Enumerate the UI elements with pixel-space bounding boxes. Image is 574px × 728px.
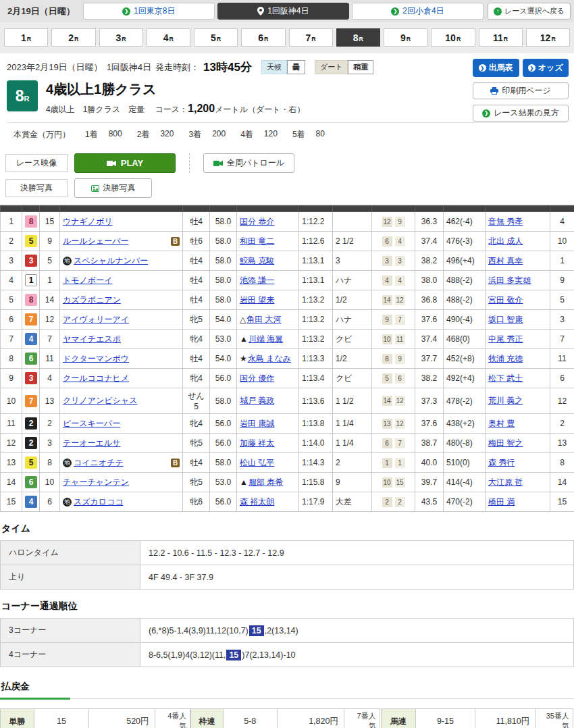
- sex-age: せん5: [183, 388, 210, 414]
- horse-name-link[interactable]: ドクターマンボウ: [63, 353, 129, 365]
- finish-position: 9: [1, 369, 22, 388]
- trainer-link[interactable]: 梅田 智之: [488, 438, 523, 448]
- finish-time: 1:13.1: [299, 251, 333, 271]
- meeting-tab[interactable]: ❯ 1回阪神4日: [217, 3, 349, 20]
- race-tab[interactable]: 10 R: [431, 28, 475, 47]
- horse-name-link[interactable]: コイニオチテ: [74, 457, 124, 469]
- meeting-tab[interactable]: ❯ 1回東京8日: [83, 3, 215, 20]
- race-tab[interactable]: 4 R: [147, 28, 190, 47]
- race-tab[interactable]: 11 R: [479, 28, 523, 47]
- race-tab-suffix: R: [217, 36, 221, 43]
- horse-name-link[interactable]: スズカロココ: [74, 496, 124, 508]
- last-3f-time: 37.6: [415, 310, 444, 330]
- time-row-value: 12.2 - 10.6 - 11.5 - 12.3 - 12.7 - 12.9: [140, 541, 574, 565]
- race-tab[interactable]: 7 R: [289, 28, 333, 47]
- race-tab[interactable]: 3 R: [99, 28, 143, 47]
- jockey-link[interactable]: 角田 大河: [246, 315, 281, 324]
- trainer-link[interactable]: 宮田 敬介: [488, 295, 523, 305]
- horse-number: 13: [40, 388, 60, 414]
- patrol-video-button[interactable]: 全周パトロール: [203, 153, 294, 173]
- horse-weight: 476(-3): [444, 232, 486, 251]
- horse-name-link[interactable]: ウナギノボリ: [63, 216, 113, 228]
- finish-position: 11: [1, 414, 22, 434]
- horse-name-link[interactable]: クールココナヒメ: [63, 373, 129, 384]
- race-tab[interactable]: 8 R: [336, 28, 380, 47]
- back-to-race-select-button[interactable]: ↑ レース選択へ戻る: [488, 3, 571, 20]
- race-tab[interactable]: 1 R: [4, 28, 48, 47]
- last-3f-time: 39.7: [415, 473, 444, 492]
- jockey-link[interactable]: 池添 謙一: [240, 276, 274, 285]
- race-tab[interactable]: 6 R: [241, 28, 285, 47]
- trainer-link[interactable]: 音無 秀孝: [488, 217, 523, 226]
- jockey-link[interactable]: 城戸 義政: [240, 396, 274, 405]
- race-tab-suffix: R: [169, 36, 174, 43]
- jockey-link[interactable]: 和田 竜二: [240, 236, 274, 246]
- entry-table-button[interactable]: ❯ 出馬表: [473, 59, 519, 77]
- results-guide-button[interactable]: ❯ レース結果の見方: [473, 105, 569, 122]
- odds-button[interactable]: ❯ オッズ: [523, 59, 569, 77]
- margin: クビ: [333, 330, 372, 349]
- trainer-link[interactable]: 奥村 豊: [488, 419, 515, 428]
- race-tab[interactable]: 5 R: [194, 28, 238, 47]
- horse-name-link[interactable]: ルールシェーバー: [63, 236, 128, 247]
- trainer-link[interactable]: 西村 真幸: [488, 256, 523, 265]
- jockey-link[interactable]: 森 裕太朗: [240, 497, 274, 506]
- jockey-cell: 松山 弘平: [237, 453, 299, 473]
- play-button[interactable]: PLAY: [74, 153, 176, 173]
- margin: 3: [333, 251, 372, 271]
- race-tab[interactable]: 2 R: [51, 28, 95, 47]
- horse-name-link[interactable]: スペシャルナンバー: [74, 255, 148, 267]
- column-header: [444, 206, 486, 212]
- corner-positions-cell: 1412: [372, 290, 415, 310]
- win-popularity: 8: [550, 453, 574, 473]
- prize-amount: 80: [316, 129, 325, 140]
- race-tab[interactable]: 12 R: [526, 28, 570, 47]
- trainer-link[interactable]: 松下 武士: [488, 373, 523, 383]
- race-tab[interactable]: 9 R: [384, 28, 427, 47]
- horse-name-link[interactable]: テーオーエルサ: [63, 438, 120, 449]
- jockey-link[interactable]: 岩田 望来: [240, 295, 274, 305]
- corner-positions-cell: 1312: [372, 414, 415, 434]
- trainer-link[interactable]: 橋田 満: [488, 497, 515, 506]
- jockey-link[interactable]: 岩田 康誠: [240, 419, 274, 428]
- location-pin-icon: [257, 7, 264, 16]
- corner3-position: 13: [382, 419, 392, 429]
- jockey-link[interactable]: 服部 寿希: [249, 477, 283, 487]
- horse-name-link[interactable]: ヤマイチエスポ: [63, 334, 121, 345]
- trainer-link[interactable]: 森 秀行: [488, 458, 515, 467]
- jockey-link[interactable]: 松山 弘平: [240, 458, 274, 467]
- odds-button-label: オッズ: [538, 62, 563, 74]
- horse-name-cell: ドクターマンボウ: [60, 349, 183, 369]
- meeting-tab[interactable]: ❯ 2回小倉4日: [352, 3, 484, 20]
- jockey-link[interactable]: 永島 まなみ: [248, 354, 291, 363]
- sex-age: 牝6: [183, 492, 210, 512]
- trainer-link[interactable]: 大江原 哲: [488, 477, 523, 487]
- trainer-link[interactable]: 中尾 秀正: [488, 334, 523, 344]
- finish-photo-button[interactable]: 決勝写真: [74, 178, 152, 198]
- horse-name-link[interactable]: トモノボーイ: [63, 275, 112, 286]
- jockey-link[interactable]: 国分 優作: [240, 373, 274, 383]
- print-page-button[interactable]: 印刷用ページ: [473, 82, 569, 99]
- horse-name-cell: ピースキーパー: [60, 414, 183, 434]
- horse-name-link[interactable]: クリノアンビシャス: [63, 395, 138, 407]
- horse-name-link[interactable]: チャーチャンテン: [63, 477, 129, 488]
- trainer-link[interactable]: 牧浦 充徳: [488, 354, 523, 363]
- margin: 2: [333, 453, 372, 473]
- jockey-link[interactable]: 鮫島 克駿: [240, 256, 274, 265]
- last-3f-time: 38.7: [415, 434, 444, 453]
- jockey-link[interactable]: 国分 恭介: [240, 217, 274, 226]
- horse-name-link[interactable]: ピースキーパー: [63, 418, 120, 430]
- date-label: 2月19日（日曜）: [3, 5, 79, 18]
- jockey-link[interactable]: 加藤 祥太: [240, 438, 274, 448]
- horse-name-link[interactable]: アイヴォリーアイ: [63, 314, 129, 326]
- start-time-value: 13時45分: [203, 59, 252, 75]
- trainer-link[interactable]: 坂口 智康: [488, 315, 523, 324]
- track-condition-badge: ダート 稍重: [315, 60, 374, 74]
- horse-name-link[interactable]: カズラボニアン: [63, 294, 121, 306]
- jockey-link[interactable]: 川端 海翼: [249, 334, 283, 344]
- trainer-link[interactable]: 浜田 多実雄: [488, 276, 531, 285]
- prize-amount: 320: [160, 129, 174, 140]
- trainer-link[interactable]: 北出 成人: [488, 236, 523, 246]
- trainer-link[interactable]: 荒川 義之: [488, 396, 523, 405]
- horse-weight: 478(-2): [444, 388, 486, 414]
